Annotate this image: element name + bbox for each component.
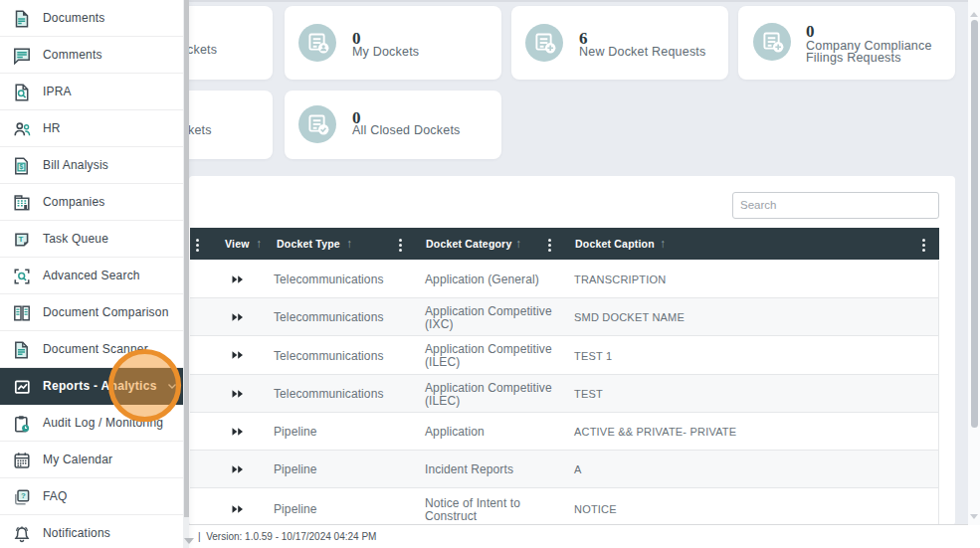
svg-text:$: $ [20,163,24,171]
svg-text:T: T [19,235,24,244]
svg-text:?: ? [21,491,26,500]
